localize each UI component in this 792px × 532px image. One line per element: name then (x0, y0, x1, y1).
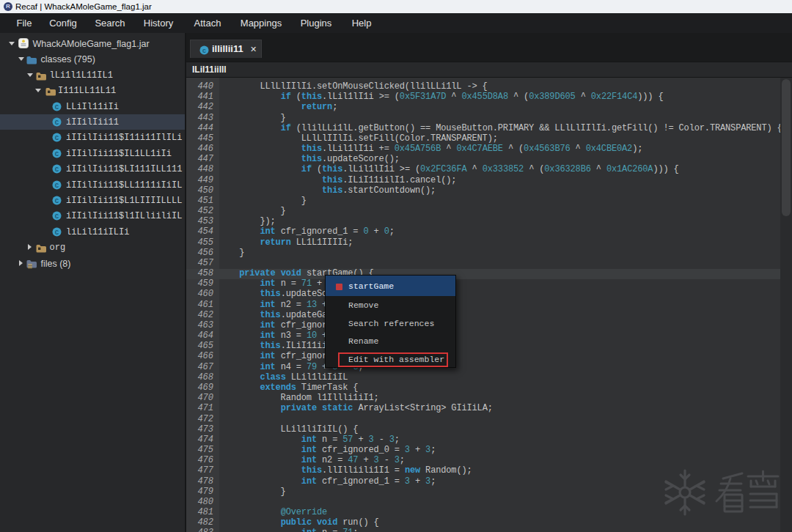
svg-text:C: C (55, 182, 59, 189)
svg-text:C: C (55, 229, 59, 237)
svg-text:C: C (55, 151, 59, 158)
svg-text:C: C (202, 48, 206, 54)
svg-text:C: C (55, 213, 59, 221)
svg-text:C: C (55, 166, 59, 174)
svg-text:C: C (55, 198, 59, 205)
svg-text:C: C (55, 119, 59, 127)
svg-text:C: C (55, 135, 59, 142)
svg-text:C: C (55, 103, 59, 111)
